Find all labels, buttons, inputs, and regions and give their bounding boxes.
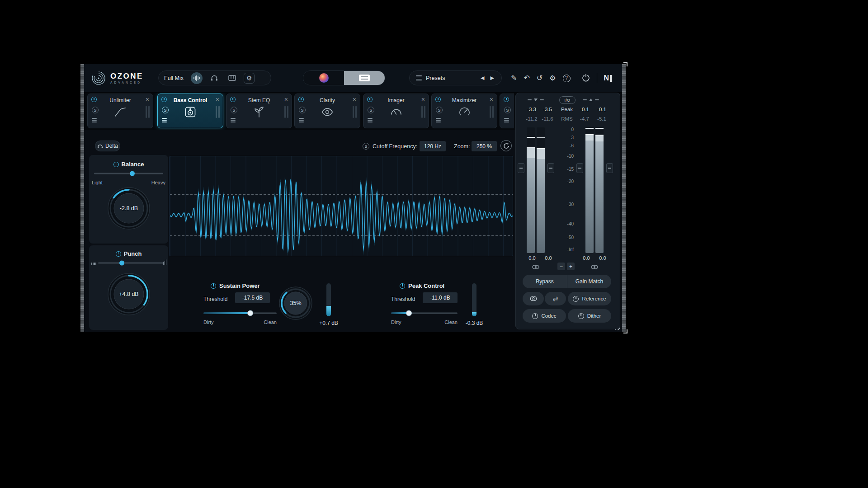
preset-previous-button[interactable]: ◀ [480,74,485,82]
module-menu-icon[interactable] [299,118,304,122]
module-card-unlimiter[interactable]: Unlimiter × S [87,94,153,128]
module-drag-handle[interactable] [421,106,425,118]
punch-power-icon[interactable] [116,251,121,257]
sustain-amount-knob[interactable]: 35% [278,286,313,320]
balance-slider[interactable] [94,170,163,177]
module-solo-button[interactable]: S [92,107,99,113]
balance-slider-track[interactable] [94,173,163,174]
instrument-stem-icon[interactable] [226,72,238,84]
stem-settings-gear-icon[interactable]: ⚙ [244,73,255,84]
balance-power-icon[interactable] [113,162,119,167]
module-solo-button[interactable]: S [504,107,511,113]
output-gain-fader-left[interactable] [576,163,583,173]
spectrum-view-toggle[interactable] [303,71,344,85]
module-menu-icon[interactable] [368,118,373,122]
input-gain-fader-left[interactable] [518,163,524,173]
output-gain-fader-right[interactable] [606,163,613,173]
channel-mode-button[interactable] [523,292,544,305]
module-drag-handle[interactable] [146,106,150,118]
punch-knob[interactable]: +4.8 dB [107,272,151,316]
reference-power-icon[interactable] [573,296,579,302]
gain-match-button[interactable]: Gain Match [567,275,611,288]
module-menu-icon[interactable] [92,118,97,122]
output-trim-icon[interactable] [583,99,599,101]
global-bypass-icon[interactable] [582,74,590,83]
peak-slider[interactable] [391,310,458,316]
module-card-imager[interactable]: Imager × S [363,94,429,128]
module-card-partial[interactable]: S [500,94,514,128]
balance-slider-handle[interactable] [130,171,135,176]
module-card-bass-control[interactable]: Bass Control × S [157,94,223,128]
swap-arrows-icon: ⇄ [553,295,558,302]
loop-refresh-button[interactable] [500,140,512,151]
peak-threshold-value[interactable]: -11.0 dB [423,292,458,303]
module-close-icon[interactable]: × [490,96,493,103]
dither-button[interactable]: Dither [568,309,611,323]
module-drag-handle[interactable] [284,106,288,118]
presets-selector[interactable]: Presets ◀ ▶ [409,70,502,85]
input-gain-fader-right[interactable] [547,163,554,173]
module-close-icon[interactable]: × [353,96,356,103]
module-card-stem-eq[interactable]: Stem EQ × S [226,94,292,128]
module-power-icon[interactable] [504,97,509,102]
vocal-stem-icon[interactable] [208,72,220,84]
module-view-toggle[interactable] [344,71,385,85]
history-icon[interactable]: ↺ [537,75,542,82]
module-menu-icon[interactable] [504,118,509,122]
module-solo-button[interactable]: S [162,107,169,113]
sustain-slider-handle[interactable] [247,310,253,316]
module-solo-button[interactable]: S [231,107,237,113]
module-drag-handle[interactable] [490,106,494,118]
edit-pencil-icon[interactable]: ✎ [511,75,517,82]
sustain-threshold-value[interactable]: -17.5 dB [235,292,270,303]
meter-zoom-out-button[interactable]: − [557,263,565,270]
peak-slider-handle[interactable] [406,310,412,316]
module-close-icon[interactable]: × [284,96,288,103]
sustain-power-icon[interactable] [211,283,216,289]
punch-slider-handle[interactable] [119,261,124,266]
module-close-icon[interactable]: × [421,96,425,103]
module-drag-handle[interactable] [216,106,220,118]
cutoff-frequency-value[interactable]: 120 Hz [420,141,446,151]
module-solo-button[interactable]: S [436,107,443,113]
help-icon[interactable]: ? [563,75,571,82]
module-drag-handle[interactable] [353,106,357,118]
balance-knob[interactable]: -2.8 dB [107,187,151,230]
zoom-value[interactable]: 250 % [472,141,497,151]
preset-next-button[interactable]: ▶ [490,74,495,82]
module-solo-button[interactable]: S [299,107,306,113]
codec-power-icon[interactable] [532,313,538,319]
swap-channels-button[interactable]: ⇄ [545,292,566,305]
punch-slider-track[interactable] [98,263,164,264]
output-link-icon[interactable] [590,263,599,269]
reference-button[interactable]: Reference [568,292,611,305]
meter-zoom-in-button[interactable]: + [567,263,575,270]
delta-button[interactable]: Delta [95,141,120,151]
undo-icon[interactable]: ↶ [524,75,529,82]
module-menu-icon[interactable] [162,118,167,122]
module-card-clarity[interactable]: Clarity × S [294,94,360,128]
bypass-button[interactable]: Bypass [523,275,567,288]
cutoff-solo-badge[interactable]: S [363,143,369,150]
input-trim-icon[interactable] [528,99,544,101]
peak-control-power-icon[interactable] [400,283,405,289]
module-card-maximizer[interactable]: Maximizer × S [431,94,497,128]
codec-button[interactable]: Codec [523,309,566,323]
dither-power-icon[interactable] [578,313,584,319]
settings-gear-icon[interactable]: ⚙ [549,75,556,82]
module-menu-icon[interactable] [231,118,236,122]
punch-slider[interactable] [98,260,164,266]
module-close-icon[interactable]: × [146,96,149,103]
waveform-display[interactable] [170,156,513,256]
input-link-icon[interactable] [531,263,540,269]
module-solo-button[interactable]: S [368,107,374,113]
mix-selector-label[interactable]: Full Mix [164,75,184,81]
io-toggle[interactable]: I/O [559,96,576,104]
sustain-slider[interactable] [203,310,277,316]
module-menu-icon[interactable] [436,118,441,122]
sustain-slider-fill [203,312,250,314]
input-peak-right: -3.5 [538,107,557,112]
module-close-icon[interactable]: × [216,96,219,103]
full-mix-waveform-icon[interactable] [191,72,203,84]
unlimiter-icon [114,106,127,120]
